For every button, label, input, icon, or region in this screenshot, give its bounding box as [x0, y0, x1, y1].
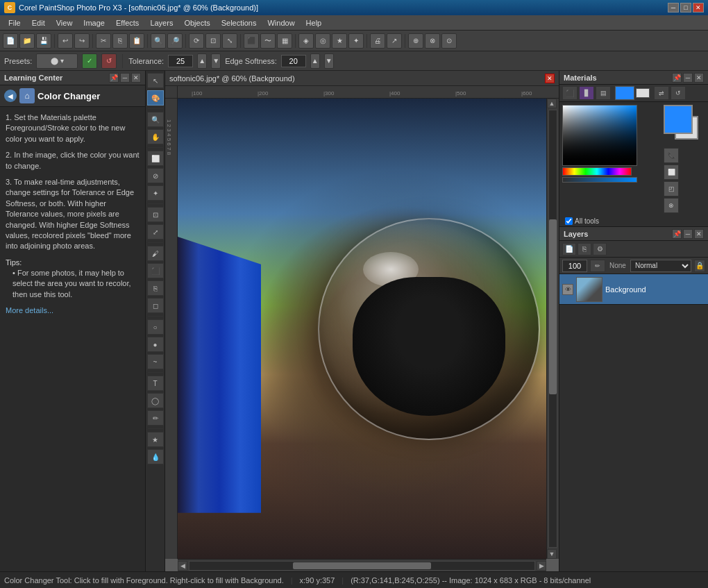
menu-view[interactable]: View [51, 16, 78, 30]
menu-edit[interactable]: Edit [26, 16, 51, 30]
layers-close-button[interactable]: ✕ [694, 229, 704, 239]
lc-close-button[interactable]: ✕ [131, 73, 141, 83]
tool-text[interactable]: T [147, 376, 164, 391]
toolbar-extra1[interactable]: ⊕ [408, 33, 423, 49]
toolbar-extra3[interactable]: ⊙ [441, 33, 457, 49]
tool-zoom[interactable]: 🔍 [147, 112, 164, 127]
minimize-button[interactable]: ─ [668, 3, 679, 12]
toolbar-fx1[interactable]: ★ [332, 33, 347, 49]
opacity-input[interactable] [562, 260, 587, 272]
toolbar-share[interactable]: ↗ [387, 33, 402, 49]
tool-pointer[interactable]: ↖ [147, 73, 164, 88]
toolbar-zoom-out[interactable]: 🔎 [167, 33, 183, 49]
edge-softness-up[interactable]: ▲ [310, 53, 320, 69]
toolbar-curves[interactable]: 〜 [260, 33, 276, 49]
tool-selection-rect[interactable]: ⬜ [147, 151, 164, 166]
layers-options-button[interactable]: ⚙ [593, 243, 607, 255]
mat-swap[interactable]: ⇌ [654, 86, 669, 100]
layer-background[interactable]: 👁 Background [559, 274, 708, 305]
foreground-swatch[interactable] [664, 105, 693, 134]
toolbar-open[interactable]: 📁 [19, 33, 35, 49]
layer-lock-button[interactable]: 🔒 [694, 260, 705, 272]
tool-pen[interactable]: ✏ [147, 410, 164, 426]
toolbar-new[interactable]: 📄 [3, 33, 18, 49]
menu-layers[interactable]: Layers [144, 16, 178, 30]
toolbar-color-balance[interactable]: ⬛ [244, 33, 259, 49]
toolbar-zoom-in[interactable]: 🔍 [151, 33, 166, 49]
tool-dodge[interactable]: ○ [147, 319, 164, 335]
toolbar-rotate[interactable]: ⟳ [189, 33, 204, 49]
mat-gradient[interactable]: ▊ [579, 86, 594, 100]
canvas-close-button[interactable]: ✕ [545, 74, 555, 83]
canvas-wrapper[interactable]: |100 |200 |300 |400 |500 |600 |700 1 2 3… [165, 86, 559, 571]
tool-shape[interactable]: ◯ [147, 393, 164, 408]
toolbar-fx2[interactable]: ✦ [348, 33, 364, 49]
menu-selections[interactable]: Selections [216, 16, 262, 30]
toolbar-blur[interactable]: ◎ [315, 33, 330, 49]
hue-slider[interactable] [562, 167, 632, 176]
blend-mode-select[interactable]: Normal Multiply Screen Overlay [630, 260, 691, 272]
tool-burn[interactable]: ● [147, 337, 164, 352]
mat-solid-color[interactable]: ⬛ [562, 86, 578, 100]
presets-dropdown[interactable]: ⬤ ▾ [36, 53, 78, 69]
edge-softness-input[interactable] [281, 55, 306, 67]
edge-softness-down[interactable]: ▼ [324, 53, 334, 69]
layers-minimize-button[interactable]: ─ [683, 229, 693, 239]
toolbar-sharpen[interactable]: ◈ [298, 33, 314, 49]
toolbar-extra2[interactable]: ⊗ [425, 33, 440, 49]
tool-fill[interactable]: ⬛ [147, 263, 164, 278]
menu-effects[interactable]: Effects [110, 16, 144, 30]
opacity-edit-btn[interactable]: ✏ [590, 260, 605, 272]
mat-pattern[interactable]: ▤ [596, 86, 611, 100]
tool-selection-lasso[interactable]: ⊘ [147, 168, 164, 183]
tolerance-up[interactable]: ▲ [197, 53, 207, 69]
mat-tool-3[interactable]: ◰ [664, 181, 679, 196]
menu-help[interactable]: Help [301, 16, 328, 30]
tool-color-dropper[interactable]: 💧 [147, 449, 164, 464]
toolbar-resize[interactable]: ⤡ [222, 33, 237, 49]
scroll-h-thumb[interactable] [293, 562, 431, 569]
tool-fx[interactable]: ★ [147, 432, 164, 447]
color-gradient[interactable] [562, 105, 637, 166]
canvas-scrollbar-vertical[interactable]: ▲ ▼ [546, 99, 559, 559]
menu-file[interactable]: File [3, 16, 26, 30]
scroll-v-up[interactable]: ▲ [547, 99, 557, 108]
tool-pan[interactable]: ✋ [147, 129, 164, 144]
mat-tool-4[interactable]: ⊗ [664, 198, 679, 213]
opacity-slider[interactable] [562, 177, 637, 183]
tolerance-input[interactable] [168, 55, 193, 67]
tool-color-changer[interactable]: 🎨 [147, 90, 164, 106]
layers-duplicate-button[interactable]: ⎘ [578, 243, 591, 255]
mat-bg-preview[interactable] [636, 88, 650, 98]
tool-eraser[interactable]: ◻ [147, 298, 164, 313]
tool-smudge[interactable]: ~ [147, 354, 164, 369]
all-tools-label[interactable]: All tools [565, 217, 599, 225]
scroll-h-left[interactable]: ◀ [178, 561, 187, 571]
toolbar-crop[interactable]: ⊡ [205, 33, 221, 49]
materials-pin-button[interactable]: 📌 [672, 73, 682, 83]
tool-crop[interactable]: ⊡ [147, 207, 164, 222]
lc-minimize-button[interactable]: ─ [120, 73, 130, 83]
presets-apply[interactable]: ✓ [82, 53, 97, 69]
toolbar-levels[interactable]: ▦ [277, 33, 292, 49]
scroll-h-right[interactable]: ▶ [537, 561, 546, 571]
scroll-v-track[interactable] [548, 110, 557, 548]
more-details-link[interactable]: More details... [6, 306, 53, 314]
presets-reset[interactable]: ↺ [101, 53, 117, 69]
mat-tool-1[interactable]: 📞 [664, 148, 679, 163]
tool-straighten[interactable]: ⤢ [147, 224, 164, 240]
tool-clone[interactable]: ⎘ [147, 280, 164, 296]
toolbar-save[interactable]: 💾 [36, 33, 51, 49]
toolbar-undo[interactable]: ↩ [58, 33, 73, 49]
materials-minimize-button[interactable]: ─ [683, 73, 693, 83]
mat-fg-preview[interactable] [615, 86, 634, 100]
tool-magic-wand[interactable]: ✦ [147, 185, 164, 201]
close-button[interactable]: ✕ [693, 3, 704, 12]
toolbar-redo[interactable]: ↪ [74, 33, 90, 49]
tolerance-down[interactable]: ▼ [211, 53, 221, 69]
layer-visibility-toggle[interactable]: 👁 [562, 284, 573, 295]
materials-close-button[interactable]: ✕ [694, 73, 704, 83]
toolbar-print[interactable]: 🖨 [370, 33, 385, 49]
scroll-v-thumb[interactable] [549, 219, 557, 394]
layers-new-button[interactable]: 📄 [562, 243, 576, 255]
